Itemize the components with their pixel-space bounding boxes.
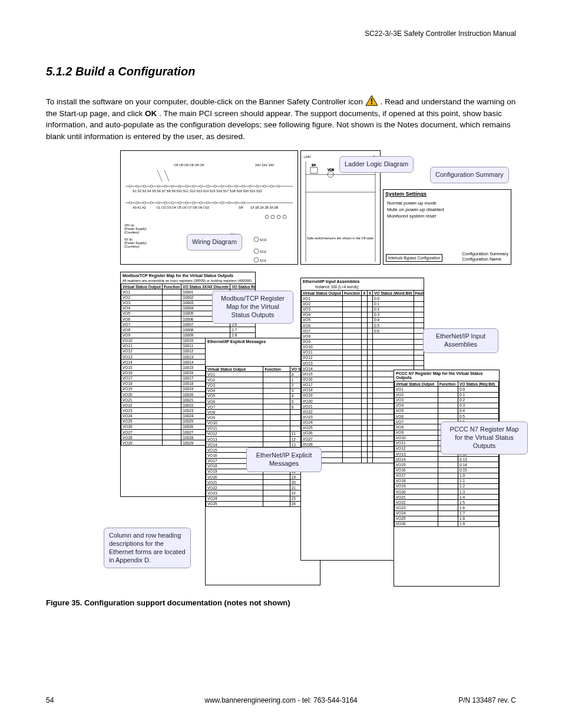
table-row: VO231:6	[395, 505, 499, 510]
eth-assemblies-sub: Instance 100 (L=4 words)	[301, 285, 424, 290]
svg-point-56	[164, 202, 167, 204]
svg-point-43	[228, 185, 230, 187]
modbus-subtitle: All registers are accessible as input re…	[121, 279, 255, 284]
table-row: VO60:5	[302, 323, 425, 328]
svg-text:A0 A1 A2: A0 A1 A2	[133, 206, 146, 209]
svg-point-36	[178, 185, 181, 187]
table-row: VO11	[302, 350, 425, 355]
svg-point-51	[129, 202, 131, 204]
footer-contact: www.bannerengineering.com - tel: 763-544…	[204, 696, 358, 704]
table-row: VO241:7	[395, 510, 499, 516]
svg-text:SR: SR	[239, 206, 243, 209]
svg-rect-76	[310, 167, 318, 173]
table-row: VO211:4	[395, 495, 499, 500]
svg-line-68	[157, 170, 162, 182]
svg-point-15	[254, 258, 259, 262]
table-row: VO50:4	[395, 408, 499, 413]
svg-text:24V 24V 24V: 24V 24V 24V	[255, 163, 275, 167]
table-row: VO140:13	[395, 457, 499, 462]
table-row: VO9100091:8	[121, 332, 256, 338]
table-row: VO171:0	[395, 473, 499, 478]
ss-line-1: Normal power-up mode	[387, 200, 507, 207]
svg-point-19	[283, 215, 286, 219]
svg-point-35	[171, 185, 174, 187]
table-row: VO13	[302, 361, 425, 366]
svg-text:Off Off Off Off Off Off: Off Off Off Off Off Off	[174, 163, 204, 167]
table-row: VO221:5	[395, 500, 499, 505]
svg-point-32	[150, 185, 153, 187]
eth-assemblies-title: Ethernet/IP Input Assemblies	[301, 278, 424, 285]
svg-text:VO9: VO9	[328, 168, 334, 172]
banner-safety-controller-icon	[365, 95, 378, 107]
ss-sub-2: Configuration Name	[462, 256, 508, 262]
svg-point-52	[136, 202, 138, 204]
system-settings-panel: System Settings Normal power-up mode Mut…	[383, 189, 511, 265]
svg-point-57	[171, 202, 174, 204]
table-row: VO30:2	[395, 397, 499, 403]
svg-point-65	[228, 202, 230, 204]
svg-point-39	[200, 185, 202, 187]
ss-line-3: Monitored system reset	[387, 213, 507, 220]
svg-point-1	[371, 103, 372, 104]
table-row: VO10	[302, 344, 425, 350]
table-row: VO201:3	[395, 489, 499, 495]
svg-point-50	[277, 185, 280, 187]
svg-point-37	[186, 185, 188, 187]
modbus-title: Modbus/TCP Register Map for the Virtual …	[121, 272, 255, 279]
table-row: VO10:0	[395, 387, 499, 392]
figure-35: 24V dc (Power Supply) (Courtesy) 0V dc (…	[46, 150, 516, 588]
system-settings-title: System Settings	[384, 190, 511, 198]
svg-point-54	[150, 202, 153, 204]
table-row: VO20:1	[395, 392, 499, 397]
svg-point-67	[242, 202, 244, 204]
section-heading: 5.1.2 Build a Configuration	[46, 65, 516, 78]
svg-point-53	[143, 202, 146, 204]
appendix-d-note: Column and row heading descriptions for …	[104, 528, 191, 568]
svg-text:SO3: SO3	[260, 238, 266, 242]
ss-sub-1: Configuration Summary	[462, 251, 508, 256]
svg-point-63	[214, 202, 216, 204]
svg-point-42	[221, 185, 223, 187]
ss-small-1: Interlock Bypass Configuration	[388, 256, 440, 260]
svg-point-29	[129, 185, 131, 187]
svg-point-13	[254, 237, 259, 242]
table-row: VO160:15	[395, 467, 499, 473]
table-row: VO20:1	[302, 301, 425, 307]
svg-point-48	[263, 185, 266, 187]
table-row: VO10:0	[302, 296, 425, 301]
table-row: VO261:9	[395, 521, 499, 526]
svg-text:(Courtesy): (Courtesy)	[124, 230, 140, 234]
svg-text:SO2: SO2	[260, 250, 266, 253]
table-row: VO181:1	[395, 478, 499, 483]
table-row: VO70:6	[302, 328, 425, 334]
modbus-label: Modbus/TCP Register Map for the Virtual …	[212, 291, 293, 323]
svg-point-30	[136, 185, 138, 187]
svg-point-49	[270, 185, 273, 187]
body-text-a: To install the software on your computer…	[46, 97, 365, 106]
pccc-panel: PCCC N7 Register Map for the Virtual Sta…	[394, 370, 500, 587]
page-footer: 54 www.bannerengineering.com - tel: 763-…	[46, 696, 516, 704]
svg-rect-2	[371, 98, 372, 102]
table-row: VO251:8	[395, 516, 499, 521]
svg-point-40	[207, 185, 209, 187]
svg-point-14	[254, 249, 259, 253]
svg-point-60	[193, 202, 195, 204]
svg-point-44	[235, 185, 237, 187]
pccc-title: PCCC N7 Register Map for the Virtual Sta…	[394, 370, 499, 381]
svg-text:SO1: SO1	[260, 259, 266, 262]
svg-text:O1 O2 O3 O4 O5 O6 O7 O8 O9 O10: O1 O2 O3 O4 O5 O6 O7 O8 O9 O10	[156, 206, 209, 209]
eth-assemblies-label: EtherNet/IP Input Assemblies	[423, 328, 498, 353]
table-row: VO191:2	[395, 483, 499, 489]
config-summary-label: Configuration Summary	[430, 167, 509, 183]
svg-point-47	[256, 185, 259, 187]
figure-caption: Figure 35. Configuration support documen…	[46, 598, 516, 607]
svg-point-64	[221, 202, 223, 204]
svg-point-66	[235, 202, 237, 204]
svg-point-38	[193, 185, 195, 187]
table-row: VO8	[302, 334, 425, 339]
table-row: VO12	[302, 355, 425, 360]
ladder-logic-label: Ladder Logic Diagram	[339, 156, 414, 173]
svg-point-58	[178, 202, 181, 204]
svg-point-17	[271, 215, 275, 219]
eth-explicit-label: EtherNet/IP Explicit Messages	[246, 447, 322, 472]
